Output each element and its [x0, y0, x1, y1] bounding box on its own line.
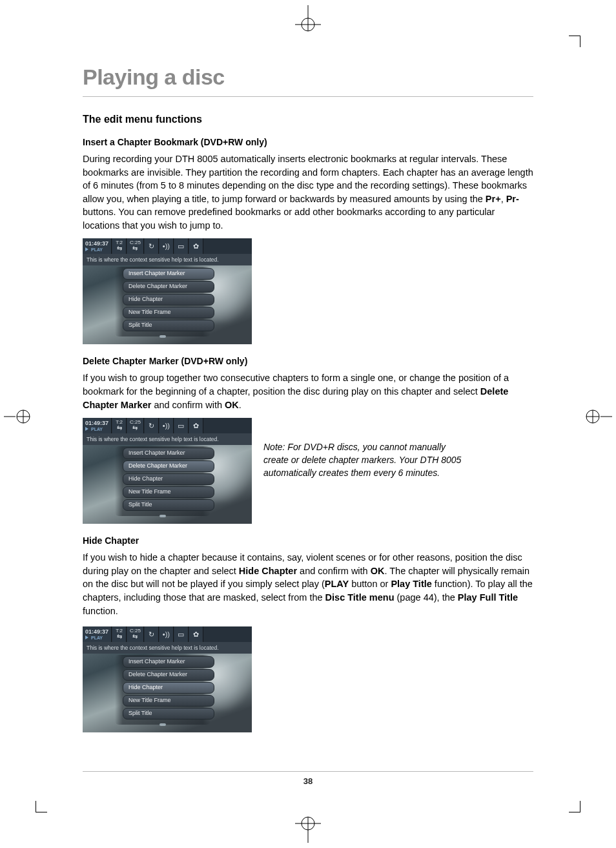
section-heading: The edit menu functions: [83, 114, 533, 125]
page-title: Playing a disc: [83, 65, 533, 97]
osd-menu-item: Insert Chapter Marker: [123, 448, 214, 459]
osd-menu-item: New Title Frame: [123, 486, 214, 498]
osd-menu-item: Delete Chapter Marker: [123, 669, 214, 681]
osd-menu-item: Split Title: [123, 708, 214, 719]
delete-body: If you wish to group together two consec…: [83, 371, 533, 411]
crop-mark-bottom: [290, 813, 326, 843]
osd-menu-item: Hide Chapter: [123, 294, 214, 305]
osd-menu-item: Insert Chapter Marker: [123, 656, 214, 668]
osd-menu-item: Split Title: [123, 499, 214, 511]
osd-screenshot-delete: 01:49:37PLAYT:2⇆C:25⇆↻•))▭✿This is where…: [83, 418, 252, 524]
osd-menu-item: Delete Chapter Marker: [123, 281, 214, 293]
osd-menu-item: New Title Frame: [123, 695, 214, 707]
osd-menu-item: Split Title: [123, 320, 214, 331]
trim-mark: [36, 800, 48, 812]
osd-screenshot-hide: 01:49:37PLAYT:2⇆C:25⇆↻•))▭✿This is where…: [83, 626, 252, 732]
crop-mark-top: [290, 5, 326, 35]
trim-mark: [568, 800, 580, 812]
crop-mark-left: [4, 407, 34, 429]
hide-body: If you wish to hide a chapter because it…: [83, 551, 533, 617]
trim-mark: [568, 36, 580, 48]
insert-body: During recording your DTH 8005 automatic…: [83, 152, 533, 232]
crop-mark-right: [582, 407, 612, 429]
osd-menu-item: Delete Chapter Marker: [123, 460, 214, 472]
delete-heading: Delete Chapter Marker (DVD+RW only): [83, 356, 533, 366]
osd-screenshot-insert: 01:49:37PLAYT:2⇆C:25⇆↻•))▭✿This is where…: [83, 238, 252, 344]
hide-heading: Hide Chapter: [83, 535, 533, 546]
osd-menu-item: Hide Chapter: [123, 682, 214, 694]
osd-menu-item: Insert Chapter Marker: [123, 268, 214, 280]
osd-menu-item: Hide Chapter: [123, 473, 214, 485]
footer-rule: [83, 771, 533, 772]
osd-menu-item: New Title Frame: [123, 307, 214, 318]
delete-note: Note: For DVD+R discs, you cannot manual…: [263, 441, 470, 480]
page-number: 38: [303, 776, 313, 786]
insert-heading: Insert a Chapter Bookmark (DVD+RW only): [83, 137, 533, 147]
